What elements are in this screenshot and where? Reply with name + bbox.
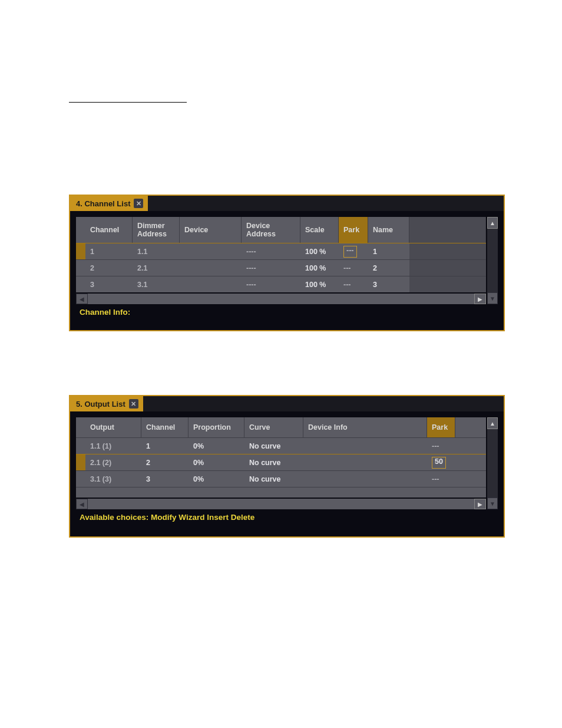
header-marker bbox=[76, 417, 85, 437]
tab-label: 4. Channel List bbox=[76, 199, 130, 208]
vertical-scrollbar[interactable]: ▲ ▼ bbox=[487, 217, 498, 304]
cell-device[interactable] bbox=[180, 243, 242, 259]
tab-bar: 4. Channel List ✕ bbox=[70, 196, 504, 211]
cell-curve[interactable]: No curve bbox=[244, 438, 303, 454]
cell-park[interactable]: --- bbox=[427, 438, 455, 454]
horizontal-scrollbar[interactable]: ◀ ▶ bbox=[76, 499, 486, 509]
cell-dimmer-address[interactable]: 2.1 bbox=[133, 260, 180, 276]
row-marker bbox=[76, 276, 85, 292]
scroll-right-icon[interactable]: ▶ bbox=[474, 294, 486, 304]
table-area: Channel Dimmer Address Device Device Add… bbox=[76, 217, 498, 304]
tab-label: 5. Output List bbox=[76, 400, 125, 409]
table-row[interactable]: 1 1.1 ---- 100 % --- 1 bbox=[76, 243, 486, 259]
col-header-dimmer-address[interactable]: Dimmer Address bbox=[133, 217, 180, 243]
cell-device-address[interactable]: ---- bbox=[242, 276, 300, 292]
row-marker bbox=[76, 438, 85, 454]
cell-park[interactable]: --- bbox=[339, 243, 368, 259]
scroll-track[interactable] bbox=[487, 229, 498, 292]
row-marker bbox=[76, 243, 85, 259]
table-row[interactable]: 2 2.1 ---- 100 % --- 2 bbox=[76, 259, 486, 276]
close-icon[interactable]: ✕ bbox=[134, 199, 143, 208]
cell-output[interactable]: 1.1 (1) bbox=[85, 438, 141, 454]
col-header-park[interactable]: Park bbox=[427, 417, 455, 437]
row-marker bbox=[76, 260, 85, 276]
cell-output[interactable]: 3.1 (3) bbox=[85, 471, 141, 487]
cell-device-info[interactable] bbox=[303, 471, 427, 487]
cell-dimmer-address[interactable]: 1.1 bbox=[133, 243, 180, 259]
col-header-device[interactable]: Device bbox=[180, 217, 242, 243]
cell-scale[interactable]: 100 % bbox=[300, 276, 339, 292]
cell-device-address[interactable]: ---- bbox=[242, 243, 300, 259]
col-header-empty bbox=[409, 217, 486, 243]
cell-curve[interactable]: No curve bbox=[244, 454, 303, 470]
col-header-proportion[interactable]: Proportion bbox=[189, 417, 244, 437]
cell-channel[interactable]: 3 bbox=[85, 276, 133, 292]
table-row[interactable]: 3 3.1 ---- 100 % --- 3 bbox=[76, 276, 486, 292]
row-marker bbox=[76, 454, 85, 470]
scroll-down-icon[interactable]: ▼ bbox=[487, 498, 498, 509]
cell-park[interactable]: 50 bbox=[427, 454, 455, 470]
cell-scale[interactable]: 100 % bbox=[300, 243, 339, 259]
col-header-device-info[interactable]: Device Info bbox=[303, 417, 427, 437]
col-header-output[interactable]: Output bbox=[85, 417, 141, 437]
output-list-table: Output Channel Proportion Curve Device I… bbox=[76, 417, 486, 509]
cell-park[interactable]: --- bbox=[339, 276, 368, 292]
cell-park[interactable]: --- bbox=[339, 260, 368, 276]
cell-output[interactable]: 2.1 (2) bbox=[85, 454, 141, 470]
scroll-track[interactable] bbox=[487, 429, 498, 498]
col-header-device-address[interactable]: Device Address bbox=[242, 217, 300, 243]
scroll-left-icon[interactable]: ◀ bbox=[76, 499, 88, 509]
cell-name[interactable]: 2 bbox=[368, 260, 409, 276]
header-marker bbox=[76, 217, 85, 243]
scroll-track[interactable] bbox=[88, 499, 474, 509]
scroll-up-icon[interactable]: ▲ bbox=[487, 417, 498, 429]
cell-device[interactable] bbox=[180, 276, 242, 292]
cell-dimmer-address[interactable]: 3.1 bbox=[133, 276, 180, 292]
cell-channel[interactable]: 2 bbox=[141, 454, 189, 470]
table-row[interactable]: 3.1 (3) 3 0% No curve --- bbox=[76, 470, 486, 487]
cell-device-address[interactable]: ---- bbox=[242, 260, 300, 276]
cell-curve[interactable]: No curve bbox=[244, 471, 303, 487]
cell-empty bbox=[409, 243, 486, 259]
close-icon[interactable]: ✕ bbox=[129, 399, 138, 409]
tab-output-list[interactable]: 5. Output List ✕ bbox=[70, 396, 143, 411]
table-header-row: Channel Dimmer Address Device Device Add… bbox=[76, 217, 486, 243]
cell-proportion[interactable]: 0% bbox=[189, 438, 244, 454]
horizontal-scrollbar[interactable]: ◀ ▶ bbox=[76, 294, 486, 304]
table-row[interactable]: 1.1 (1) 1 0% No curve --- bbox=[76, 437, 486, 454]
cell-name[interactable]: 3 bbox=[368, 276, 409, 292]
cell-scale[interactable]: 100 % bbox=[300, 260, 339, 276]
scroll-right-icon[interactable]: ▶ bbox=[474, 499, 486, 509]
col-header-park[interactable]: Park bbox=[339, 217, 368, 243]
tab-channel-list[interactable]: 4. Channel List ✕ bbox=[70, 196, 148, 211]
cell-proportion[interactable]: 0% bbox=[189, 471, 244, 487]
col-header-scale[interactable]: Scale bbox=[300, 217, 339, 243]
selected-cell[interactable]: 50 bbox=[432, 457, 446, 469]
col-header-curve[interactable]: Curve bbox=[244, 417, 303, 437]
section-underline bbox=[69, 102, 187, 103]
cell-park[interactable]: --- bbox=[427, 471, 455, 487]
cell-device[interactable] bbox=[180, 260, 242, 276]
table-header-row: Output Channel Proportion Curve Device I… bbox=[76, 417, 486, 437]
channel-info-footer: Channel Info: bbox=[70, 304, 504, 321]
row-marker bbox=[76, 487, 85, 498]
table-area: Output Channel Proportion Curve Device I… bbox=[76, 417, 498, 509]
cell-device-info[interactable] bbox=[303, 438, 427, 454]
col-header-name[interactable]: Name bbox=[368, 217, 409, 243]
scroll-down-icon[interactable]: ▼ bbox=[487, 292, 498, 304]
cell-device-info[interactable] bbox=[303, 454, 427, 470]
cell-channel[interactable]: 1 bbox=[141, 438, 189, 454]
scroll-up-icon[interactable]: ▲ bbox=[487, 217, 498, 229]
table-row[interactable]: 2.1 (2) 2 0% No curve 50 bbox=[76, 454, 486, 470]
cell-channel[interactable]: 1 bbox=[85, 243, 133, 259]
cell-channel[interactable]: 2 bbox=[85, 260, 133, 276]
cell-name[interactable]: 1 bbox=[368, 243, 409, 259]
col-header-channel[interactable]: Channel bbox=[141, 417, 189, 437]
cell-channel[interactable]: 3 bbox=[141, 471, 189, 487]
cell-proportion[interactable]: 0% bbox=[189, 454, 244, 470]
col-header-channel[interactable]: Channel bbox=[85, 217, 133, 243]
scroll-left-icon[interactable]: ◀ bbox=[76, 294, 88, 304]
vertical-scrollbar[interactable]: ▲ ▼ bbox=[487, 417, 498, 509]
selected-cell[interactable]: --- bbox=[343, 246, 357, 258]
scroll-track[interactable] bbox=[88, 294, 474, 304]
